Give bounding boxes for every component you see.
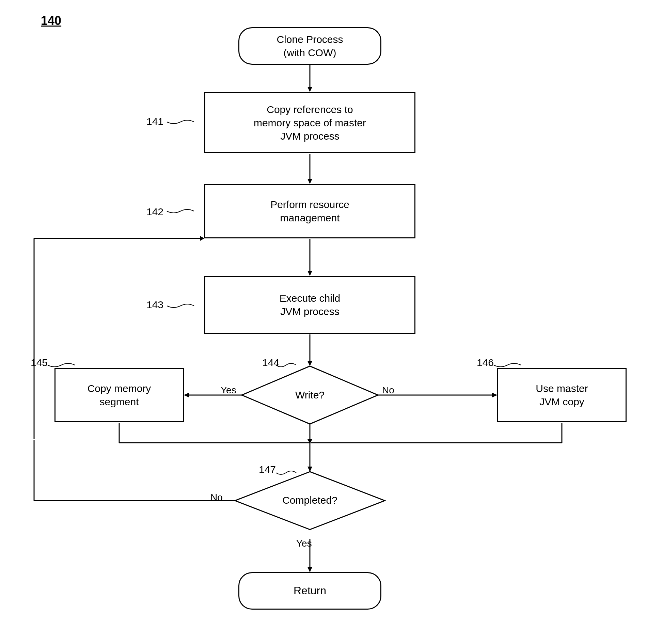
- perform-resource-label: Perform resource management: [270, 198, 349, 224]
- use-master-label: Use master JVM copy: [536, 382, 588, 408]
- ref-143: 143: [146, 299, 163, 311]
- write-diamond-label: Write?: [291, 388, 329, 403]
- svg-marker-5: [307, 271, 312, 276]
- diagram-container: 140: [0, 0, 663, 644]
- svg-marker-27: [307, 439, 312, 443]
- svg-marker-13: [184, 393, 189, 397]
- return-label: Return: [294, 584, 326, 598]
- svg-marker-26: [307, 567, 312, 572]
- copy-references-label: Copy references to memory space of maste…: [254, 103, 366, 143]
- ref-146: 146: [477, 357, 494, 368]
- ref-144: 144: [262, 357, 279, 368]
- clone-process-label: Clone Process (with COW): [277, 33, 343, 59]
- use-master-node: Use master JVM copy: [497, 368, 627, 422]
- execute-child-node: Execute child JVM process: [204, 276, 415, 334]
- execute-child-label: Execute child JVM process: [280, 292, 340, 318]
- svg-marker-11: [307, 361, 312, 366]
- return-node: Return: [238, 572, 381, 610]
- ref-145: 145: [31, 357, 48, 368]
- svg-marker-9: [200, 236, 204, 241]
- clone-process-node: Clone Process (with COW): [238, 27, 381, 65]
- ref-142: 142: [146, 206, 163, 218]
- completed-diamond-label: Completed?: [284, 493, 335, 508]
- copy-memory-label: Copy memory segment: [88, 382, 151, 408]
- ref-141: 141: [146, 116, 163, 127]
- perform-resource-node: Perform resource management: [204, 184, 415, 238]
- no-label-completed: No: [210, 492, 223, 503]
- yes-label-completed: Yes: [296, 538, 312, 549]
- copy-memory-node: Copy memory segment: [54, 368, 184, 422]
- ref-147: 147: [259, 464, 276, 475]
- fig-label: 140: [41, 14, 61, 28]
- svg-marker-3: [307, 179, 312, 184]
- svg-marker-15: [492, 393, 497, 397]
- yes-label-write: Yes: [221, 385, 236, 396]
- no-label-write: No: [382, 385, 394, 396]
- svg-marker-1: [307, 87, 312, 92]
- copy-references-node: Copy references to memory space of maste…: [204, 92, 415, 153]
- svg-marker-21: [307, 467, 312, 472]
